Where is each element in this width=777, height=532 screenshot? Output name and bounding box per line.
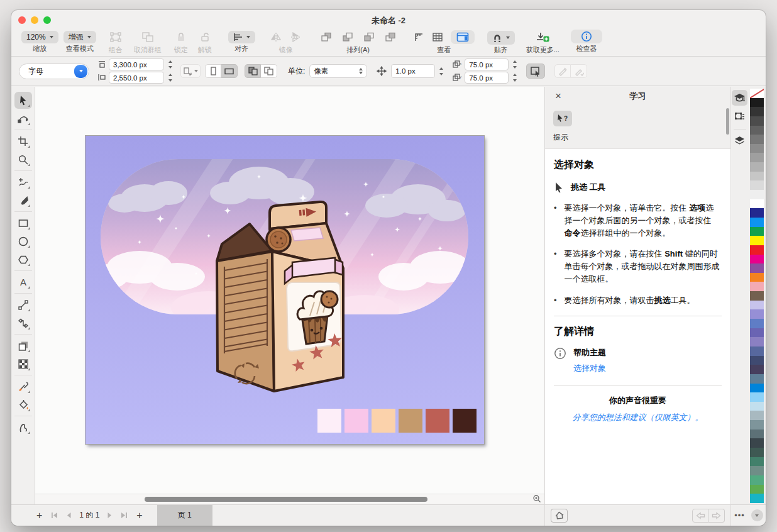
palette-swatch[interactable] bbox=[750, 144, 764, 153]
polygon-tool[interactable] bbox=[14, 251, 32, 268]
artwork-swatch[interactable] bbox=[453, 409, 477, 433]
hints-mode-button[interactable]: ? bbox=[553, 111, 572, 126]
page-size-preset-select[interactable]: 字母 bbox=[19, 64, 89, 79]
palette-swatch[interactable] bbox=[750, 116, 764, 126]
artwork-swatch[interactable] bbox=[344, 409, 368, 433]
palette-swatch[interactable] bbox=[750, 485, 764, 494]
palette-swatch[interactable] bbox=[750, 402, 764, 411]
palette-swatch[interactable] bbox=[750, 438, 764, 448]
close-window-button[interactable] bbox=[18, 16, 26, 24]
page-height-field[interactable]: 2,550.0 px bbox=[109, 72, 164, 84]
palette-swatch[interactable] bbox=[750, 392, 764, 402]
shadow-tool[interactable] bbox=[14, 337, 32, 354]
duplicate-x-field[interactable]: 75.0 px bbox=[465, 58, 509, 70]
to-back-icon[interactable] bbox=[342, 32, 353, 42]
objects-docker-tab[interactable] bbox=[732, 133, 747, 148]
palette-swatch[interactable] bbox=[750, 309, 764, 319]
add-page-button[interactable]: + bbox=[136, 511, 142, 520]
palette-swatch[interactable] bbox=[750, 218, 764, 227]
treat-as-filled-button[interactable] bbox=[526, 64, 545, 79]
ellipse-tool[interactable] bbox=[14, 233, 32, 250]
palette-swatch[interactable] bbox=[750, 245, 764, 255]
palette-swatch[interactable] bbox=[750, 429, 764, 439]
palette-swatch[interactable] bbox=[750, 180, 764, 190]
align-control[interactable]: 对齐 bbox=[228, 30, 255, 53]
palette-swatch[interactable] bbox=[750, 199, 764, 209]
line-tool[interactable] bbox=[14, 296, 32, 313]
palette-swatch[interactable] bbox=[750, 282, 764, 291]
duplicate-y-field[interactable]: 75.0 px bbox=[465, 72, 509, 84]
no-color-swatch[interactable] bbox=[750, 89, 764, 98]
align-dropdown[interactable] bbox=[228, 31, 255, 43]
back-one-icon[interactable] bbox=[385, 32, 396, 42]
get-more-button[interactable]: 获取更多... bbox=[526, 30, 559, 55]
freehand-tool[interactable] bbox=[14, 174, 32, 191]
palette-swatch[interactable] bbox=[750, 190, 764, 199]
connector-tool[interactable] bbox=[14, 314, 32, 331]
palette-swatch[interactable] bbox=[750, 374, 764, 384]
palette-swatch[interactable] bbox=[750, 255, 764, 264]
view-mode-control[interactable]: 增强 查看模式 bbox=[63, 30, 96, 53]
palette-swatch[interactable] bbox=[750, 328, 764, 338]
maximize-window-button[interactable] bbox=[43, 16, 51, 24]
inspector-control[interactable]: 检查器 bbox=[571, 30, 602, 53]
palette-swatch[interactable] bbox=[750, 273, 764, 282]
add-page-before-button[interactable]: + bbox=[36, 511, 42, 520]
landscape-button[interactable] bbox=[221, 64, 238, 78]
palette-swatch[interactable] bbox=[750, 98, 764, 108]
palette-swatch[interactable] bbox=[750, 236, 764, 245]
duplicate-steppers[interactable] bbox=[513, 60, 517, 82]
horizontal-scrollbar-thumb[interactable] bbox=[145, 497, 427, 502]
palette-swatch[interactable] bbox=[750, 420, 764, 429]
zoom-tool[interactable] bbox=[14, 151, 32, 168]
close-icon[interactable]: × bbox=[552, 89, 565, 103]
page-view-button[interactable] bbox=[451, 30, 475, 44]
horizontal-scrollbar[interactable] bbox=[35, 494, 544, 504]
fill-tool[interactable] bbox=[14, 396, 32, 413]
crop-tool[interactable] bbox=[14, 133, 32, 150]
hints-home-button[interactable] bbox=[551, 509, 568, 523]
page-size-steppers[interactable] bbox=[168, 60, 172, 82]
page-options-dropdown[interactable] bbox=[180, 64, 201, 78]
palette-swatch[interactable] bbox=[750, 263, 764, 273]
page-width-field[interactable]: 3,300.0 px bbox=[109, 58, 164, 70]
last-page-icon[interactable] bbox=[120, 512, 128, 519]
palette-swatch[interactable] bbox=[750, 227, 764, 236]
palette-swatch[interactable] bbox=[750, 126, 764, 135]
apply-current-page-button[interactable] bbox=[261, 64, 277, 78]
drawing-page[interactable] bbox=[85, 136, 484, 444]
snap-dropdown[interactable] bbox=[487, 31, 515, 45]
grid-icon[interactable] bbox=[432, 32, 443, 42]
transform-docker-tab[interactable] bbox=[732, 109, 747, 125]
palette-swatch[interactable] bbox=[750, 346, 764, 356]
forward-one-icon[interactable] bbox=[363, 32, 375, 42]
milk-carton-illustration[interactable] bbox=[197, 189, 373, 409]
view-mode-dropdown[interactable]: 增强 bbox=[63, 31, 96, 43]
palette-swatch[interactable] bbox=[750, 107, 764, 116]
minimize-window-button[interactable] bbox=[31, 16, 38, 24]
palette-swatch[interactable] bbox=[750, 411, 764, 420]
snap-control[interactable]: 贴齐 bbox=[487, 30, 515, 55]
rulers-icon[interactable] bbox=[414, 32, 424, 43]
units-select[interactable]: 像素 bbox=[309, 64, 367, 78]
previous-page-icon[interactable] bbox=[66, 512, 72, 519]
artwork-swatch[interactable] bbox=[317, 409, 341, 433]
palette-expand-button[interactable] bbox=[751, 509, 763, 521]
palette-swatch[interactable] bbox=[750, 466, 764, 475]
zoom-corner-icon[interactable] bbox=[532, 494, 541, 503]
palette-swatch[interactable] bbox=[750, 301, 764, 310]
palette-swatch[interactable] bbox=[750, 475, 764, 485]
palette-swatch[interactable] bbox=[750, 457, 764, 467]
palette-swatch[interactable] bbox=[750, 384, 764, 393]
help-topic-link[interactable]: 选择对象 bbox=[573, 363, 606, 374]
next-page-icon[interactable] bbox=[107, 512, 113, 519]
smear-tool[interactable] bbox=[14, 419, 32, 436]
nudge-field[interactable]: 1.0 px bbox=[391, 64, 435, 78]
text-tool[interactable]: A bbox=[14, 274, 32, 291]
palette-swatch[interactable] bbox=[750, 153, 764, 162]
zoom-dropdown[interactable]: 120% bbox=[21, 31, 58, 43]
canvas-area[interactable] bbox=[35, 87, 544, 504]
page-tab[interactable]: 页 1 bbox=[157, 505, 212, 526]
eyedropper-tool[interactable] bbox=[14, 378, 32, 395]
palette-swatch[interactable] bbox=[750, 135, 764, 144]
